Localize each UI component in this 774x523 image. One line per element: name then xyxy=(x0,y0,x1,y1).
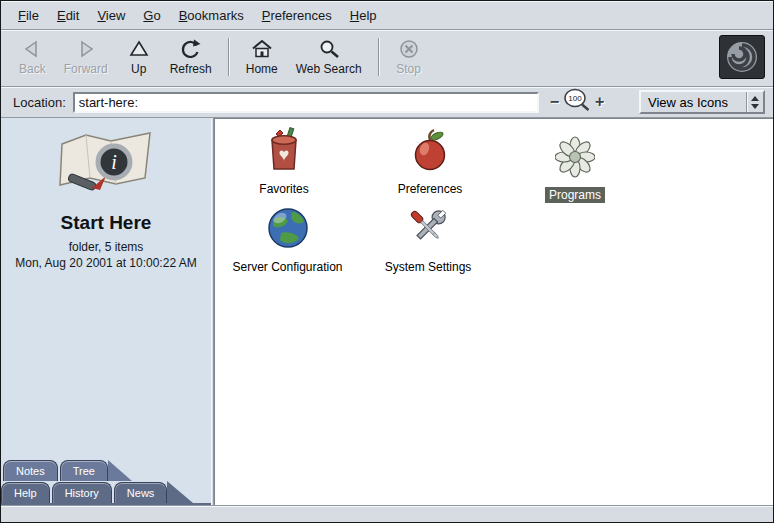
menu-edit[interactable]: Edit xyxy=(48,6,88,25)
back-icon xyxy=(21,39,43,59)
file-icon-system-settings[interactable]: System Settings xyxy=(358,205,498,275)
favorites-icon xyxy=(261,127,307,177)
back-button[interactable]: Back xyxy=(11,36,54,79)
up-button[interactable]: Up xyxy=(118,36,160,79)
refresh-label: Refresh xyxy=(170,62,212,76)
location-input[interactable] xyxy=(73,92,539,113)
sidebar-title: Start Here xyxy=(1,212,211,234)
refresh-button[interactable]: Refresh xyxy=(162,36,220,79)
file-icon-label: Favorites xyxy=(255,181,312,197)
menu-file[interactable]: File xyxy=(9,6,48,25)
content-pane: Favorites Preferences xyxy=(214,118,773,505)
sidebar-tab-row-2: Help History News xyxy=(1,481,211,505)
programs-icon xyxy=(555,135,595,183)
body-area: i Start Here folder, 5 items Mon, Aug 20… xyxy=(1,118,773,505)
back-label: Back xyxy=(19,62,46,76)
zoom-controls: − 100 + xyxy=(549,88,606,116)
home-icon xyxy=(251,39,273,59)
sidebar-tab-row-1: Notes Tree xyxy=(1,460,211,481)
updown-arrows-icon xyxy=(746,92,763,112)
file-icon-label: Server Configuration xyxy=(228,259,346,275)
file-icon-preferences[interactable]: Preferences xyxy=(365,127,495,197)
sidebar-folder-info: folder, 5 items xyxy=(1,240,211,254)
home-button[interactable]: Home xyxy=(238,36,286,79)
menubar: File Edit View Go Bookmarks Preferences … xyxy=(1,1,773,30)
up-label: Up xyxy=(131,62,146,76)
tab-ramp xyxy=(167,481,193,503)
menu-preferences[interactable]: Preferences xyxy=(253,6,341,25)
sidebar-tab-history[interactable]: History xyxy=(52,482,112,503)
home-label: Home xyxy=(246,62,278,76)
sidebar-tab-notes[interactable]: Notes xyxy=(3,460,58,481)
up-icon xyxy=(129,39,149,59)
file-icon-label: Programs xyxy=(545,187,605,203)
menu-view[interactable]: View xyxy=(88,6,134,25)
web-search-icon xyxy=(318,39,340,59)
view-mode-label: View as Icons xyxy=(648,95,746,110)
system-settings-icon xyxy=(405,205,451,255)
forward-icon xyxy=(75,39,97,59)
zoom-in-button[interactable]: + xyxy=(594,94,605,110)
status-bar xyxy=(1,505,773,522)
file-icon-label: System Settings xyxy=(381,259,476,275)
nautilus-window: File Edit View Go Bookmarks Preferences … xyxy=(0,0,774,523)
forward-label: Forward xyxy=(64,62,108,76)
toolbar: Back Forward Up Refresh xyxy=(1,30,773,87)
zoom-level-text: 100 xyxy=(568,94,582,103)
preferences-icon xyxy=(407,127,453,177)
tab-ramp xyxy=(108,460,132,481)
menu-bookmarks[interactable]: Bookmarks xyxy=(170,6,253,25)
sidebar-tab-news[interactable]: News xyxy=(114,482,168,503)
file-icon-label: Preferences xyxy=(394,181,467,197)
file-icon-programs[interactable]: Programs xyxy=(511,135,639,203)
menu-go[interactable]: Go xyxy=(134,6,169,25)
refresh-icon xyxy=(180,39,201,59)
toolbar-separator xyxy=(378,38,380,76)
svg-text:i: i xyxy=(111,151,117,173)
start-here-icon: i xyxy=(1,126,211,208)
view-mode-select[interactable]: View as Icons xyxy=(639,90,765,114)
zoom-out-button[interactable]: − xyxy=(549,94,560,110)
zoom-indicator[interactable]: 100 xyxy=(563,88,591,116)
web-search-label: Web Search xyxy=(296,62,362,76)
location-bar: Location: − 100 + View as Icons xyxy=(1,87,773,118)
web-search-button[interactable]: Web Search xyxy=(288,36,370,79)
forward-button[interactable]: Forward xyxy=(56,36,116,79)
sidebar: i Start Here folder, 5 items Mon, Aug 20… xyxy=(1,118,211,505)
sidebar-date: Mon, Aug 20 2001 at 10:00:22 AM xyxy=(1,256,211,270)
throbber-icon xyxy=(719,35,765,79)
stop-label: Stop xyxy=(396,62,421,76)
file-icon-server-configuration[interactable]: Server Configuration xyxy=(215,205,360,275)
sidebar-tab-help[interactable]: Help xyxy=(1,482,50,503)
toolbar-separator xyxy=(228,38,230,76)
stop-icon xyxy=(399,39,419,59)
server-configuration-icon xyxy=(265,205,311,255)
file-icon-favorites[interactable]: Favorites xyxy=(219,127,349,197)
sidebar-tabs: Notes Tree Help History News xyxy=(1,460,211,505)
location-label: Location: xyxy=(13,95,66,110)
menu-help[interactable]: Help xyxy=(341,6,386,25)
sidebar-tab-tree[interactable]: Tree xyxy=(60,460,108,481)
stop-button[interactable]: Stop xyxy=(388,36,430,79)
